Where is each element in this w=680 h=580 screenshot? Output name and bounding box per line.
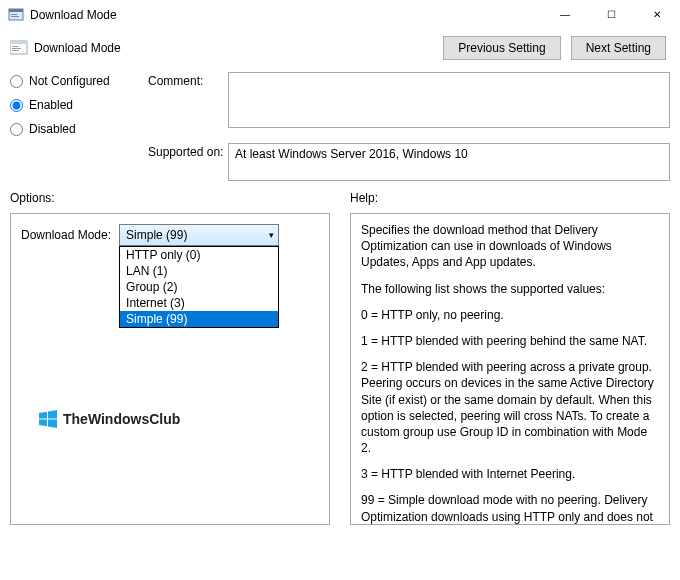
help-text: 0 = HTTP only, no peering. [361,307,659,323]
next-setting-button[interactable]: Next Setting [571,36,666,60]
radio-disabled-input[interactable] [10,123,23,136]
download-mode-option[interactable]: Group (2) [120,279,278,295]
maximize-button[interactable]: ☐ [588,0,634,30]
download-mode-option[interactable]: Internet (3) [120,295,278,311]
page-title: Download Mode [34,41,443,55]
policy-icon [10,40,28,56]
options-panel: Download Mode: Simple (99) ▾ HTTP only (… [10,213,330,525]
download-mode-label: Download Mode: [21,224,111,242]
help-text: The following list shows the supported v… [361,281,659,297]
help-panel: Specifies the download method that Deliv… [350,213,670,525]
svg-rect-6 [12,46,18,47]
maximize-icon: ☐ [607,9,616,20]
download-mode-dropdown: HTTP only (0) LAN (1) Group (2) Internet… [119,246,279,328]
subheader: Download Mode Previous Setting Next Sett… [0,30,680,68]
radio-not-configured-input[interactable] [10,75,23,88]
radio-not-configured-label: Not Configured [29,74,110,88]
svg-rect-8 [12,50,19,51]
svg-rect-1 [9,9,23,12]
help-heading: Help: [350,191,670,205]
minimize-button[interactable]: — [542,0,588,30]
help-text: 1 = HTTP blended with peering behind the… [361,333,659,349]
comment-field[interactable] [228,72,670,128]
help-text: 2 = HTTP blended with peering across a p… [361,359,659,456]
close-button[interactable]: ✕ [634,0,680,30]
svg-rect-7 [12,48,21,49]
download-mode-option[interactable]: HTTP only (0) [120,247,278,263]
app-icon [8,7,24,23]
state-radio-group: Not Configured Enabled Disabled [10,68,130,181]
supported-on-field: At least Windows Server 2016, Windows 10 [228,143,670,181]
radio-enabled-input[interactable] [10,99,23,112]
supported-on-value: At least Windows Server 2016, Windows 10 [235,147,468,161]
watermark-text: TheWindowsClub [63,411,180,427]
svg-rect-2 [11,14,17,15]
download-mode-combobox[interactable]: Simple (99) ▾ [119,224,279,246]
download-mode-selected: Simple (99) [126,228,187,242]
help-text: 3 = HTTP blended with Internet Peering. [361,466,659,482]
radio-disabled[interactable]: Disabled [10,122,130,136]
radio-enabled-label: Enabled [29,98,73,112]
help-text: 99 = Simple download mode with no peerin… [361,492,659,525]
watermark: TheWindowsClub [39,410,180,428]
close-icon: ✕ [653,9,661,20]
radio-not-configured[interactable]: Not Configured [10,74,130,88]
help-text: Specifies the download method that Deliv… [361,222,659,271]
windows-logo-icon [39,410,57,428]
svg-rect-3 [11,16,19,17]
radio-enabled[interactable]: Enabled [10,98,130,112]
comment-label: Comment: [148,72,228,131]
options-heading: Options: [10,191,330,205]
titlebar: Download Mode — ☐ ✕ [0,0,680,30]
svg-marker-11 [39,420,47,427]
svg-rect-5 [10,41,27,44]
svg-marker-9 [39,412,47,419]
window-title: Download Mode [30,8,542,22]
svg-marker-10 [48,410,57,419]
svg-marker-12 [48,420,57,429]
chevron-down-icon: ▾ [269,230,274,240]
previous-setting-button[interactable]: Previous Setting [443,36,560,60]
minimize-icon: — [560,9,570,20]
download-mode-option[interactable]: LAN (1) [120,263,278,279]
radio-disabled-label: Disabled [29,122,76,136]
download-mode-option[interactable]: Simple (99) [120,311,278,327]
supported-on-label: Supported on: [148,143,228,181]
